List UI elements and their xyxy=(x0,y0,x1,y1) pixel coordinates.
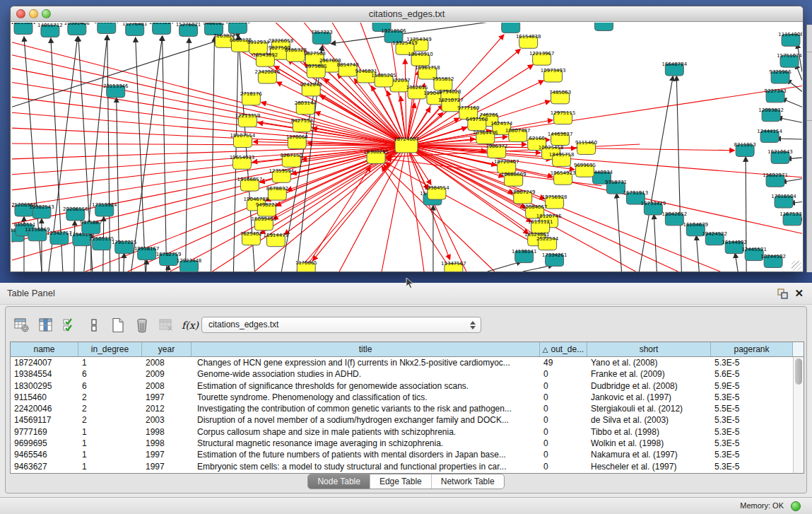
graph-edge xyxy=(12,112,406,146)
graph-node-label: 16961758 xyxy=(415,65,440,71)
column-header-in_degree[interactable]: in_degree xyxy=(78,342,142,356)
table-row[interactable]: 977716911998Corpus callosum shape and si… xyxy=(11,426,793,438)
table-cell: 1 xyxy=(78,449,142,460)
table-cell: 1997 xyxy=(142,449,192,460)
table-row[interactable]: 1456911722003Disruption of a novel membe… xyxy=(11,414,793,426)
mouse-cursor xyxy=(406,278,414,289)
table-cell: 0 xyxy=(540,426,587,438)
column-header-title[interactable]: title xyxy=(192,342,540,356)
select-columns-icon[interactable] xyxy=(35,315,57,335)
column-header-year[interactable]: year xyxy=(142,342,192,356)
graph-node-label: 19958167 xyxy=(134,246,160,252)
table-cell: 2009 xyxy=(142,368,192,380)
table-row[interactable]: 911546021997Tourette syndrome. Phenomeno… xyxy=(11,392,793,403)
column-header-short[interactable]: short xyxy=(587,342,711,356)
table-row[interactable]: 946362711997Embryonic stem cells: a mode… xyxy=(11,461,793,472)
graph-node-label: 18300295 xyxy=(363,149,389,155)
table-row[interactable]: 2242004622012Investigating the contribut… xyxy=(11,403,793,414)
table-settings-icon[interactable] xyxy=(11,315,33,335)
graph-node-label: 16099483 xyxy=(252,216,277,222)
zoom-window-icon[interactable] xyxy=(42,9,51,18)
graph-node-label: 9242848 xyxy=(300,82,322,88)
column-header-name[interactable]: name xyxy=(11,342,78,356)
table-cell: 5.3E-5 xyxy=(711,392,793,403)
table-cell: 0 xyxy=(540,461,587,472)
graph-node-label: 20153346 xyxy=(103,83,129,89)
graph-node-label: 18495758 xyxy=(549,152,575,158)
graph-node-label: 18720407 xyxy=(494,159,519,165)
memory-ok-indicator[interactable] xyxy=(791,501,801,511)
graph-node-label: 18042652 xyxy=(662,211,688,217)
vertical-scrollbar[interactable] xyxy=(793,357,804,473)
graph-node-label: 15692971 xyxy=(763,173,788,178)
column-header-pagerank[interactable]: pagerank xyxy=(711,342,793,356)
graph-node-label: 8215953 xyxy=(734,142,756,148)
table-cell: 0 xyxy=(540,449,587,460)
graph-edge xyxy=(12,97,406,146)
table-row[interactable]: 1830029562008Estimation of significance … xyxy=(11,380,793,392)
graph-edge xyxy=(384,165,495,271)
row-height-icon[interactable] xyxy=(83,315,105,335)
graph-node-label: 20364436 xyxy=(473,130,498,136)
new-document-icon[interactable] xyxy=(107,315,129,335)
column-header-out_de[interactable]: △out_de... xyxy=(540,342,587,356)
window-title: citations_edges.txt xyxy=(11,6,803,21)
minimize-window-icon[interactable] xyxy=(29,9,38,18)
graph-edge xyxy=(735,253,738,271)
network-selector-dropdown[interactable]: citations_edges.txt xyxy=(201,317,481,333)
graph-edge xyxy=(12,42,406,146)
graph-node-label: 11675335 xyxy=(779,211,802,217)
table-row[interactable]: 946554611997Estimation of the future num… xyxy=(11,449,793,460)
table-row[interactable]: 1872400712008Changes of HCN gene express… xyxy=(11,357,793,368)
memory-status-label: Memory: OK xyxy=(740,498,784,514)
graph-node-label: 28226058 xyxy=(269,38,294,44)
graph-node-label: 19046788 xyxy=(244,197,269,202)
resize-grip[interactable] xyxy=(792,261,801,271)
graph-node-label: 16033809 xyxy=(225,23,251,25)
graph-node-label: 9329966 xyxy=(770,69,792,75)
delete-trash-icon[interactable] xyxy=(131,315,153,335)
table-cell: Tibbo et al. (1998) xyxy=(587,426,711,438)
graph-node-label: 12444154 xyxy=(757,129,782,134)
graph-edge xyxy=(211,37,214,271)
table-body: 1872400712008Changes of HCN gene express… xyxy=(11,357,793,473)
graph-node-label: 16210727 xyxy=(438,98,464,103)
function-builder-icon[interactable]: f(x) xyxy=(180,315,201,335)
table-cell: 0 xyxy=(540,368,587,380)
tab-node-table[interactable]: Node Table xyxy=(308,474,370,489)
graph-node-label: 10533277 xyxy=(94,23,119,25)
tab-edge-table[interactable]: Edge Table xyxy=(370,474,431,489)
table-cell: Franke et al. (2009) xyxy=(587,368,711,380)
table-cell: Hescheler et al. (1997) xyxy=(587,461,711,472)
close-window-icon[interactable] xyxy=(16,9,25,18)
float-window-icon[interactable] xyxy=(777,288,788,299)
graph-node-label: 16151121 xyxy=(528,219,553,225)
table-cell: 9465546 xyxy=(11,449,78,460)
graph-node-label: 6794028 xyxy=(439,89,461,95)
table-cell: 0 xyxy=(540,414,587,426)
select-all-icon[interactable] xyxy=(59,315,81,335)
table-cell: 1 xyxy=(78,438,142,449)
window-titlebar[interactable]: citations_edges.txt xyxy=(11,6,803,22)
graph-node-label: 9975887 xyxy=(80,220,102,226)
graph-edge xyxy=(639,76,673,271)
scrollbar-thumb[interactable] xyxy=(795,358,802,385)
node-attribute-table: namein_degreeyeartitle△out_de...shortpag… xyxy=(10,341,804,474)
graph-node-label: 16053831 xyxy=(11,23,36,25)
graph-edge xyxy=(676,76,681,271)
close-panel-icon[interactable]: ✕ xyxy=(794,287,804,300)
table-row[interactable]: 969969511998Structural magnetic resonanc… xyxy=(11,438,793,449)
sort-ascending-icon: △ xyxy=(543,346,548,354)
table-cell: Genome-wide association studies in ADHD. xyxy=(192,368,540,380)
table-cell: 49 xyxy=(540,357,587,368)
graph-node[interactable] xyxy=(595,23,613,30)
network-canvas[interactable]: 1605383114055712205914061053327715276481… xyxy=(11,23,802,271)
table-cell: 18724007 xyxy=(11,357,78,368)
tab-network-table[interactable]: Network Table xyxy=(431,474,504,489)
table-cell: Embryonic stem cells: a model to study s… xyxy=(192,461,540,472)
table-cell: 5.6E-5 xyxy=(711,368,793,380)
graph-node-label: 8854749 xyxy=(337,62,359,68)
table-row[interactable]: 1938455462009Genome-wide association stu… xyxy=(11,368,793,380)
table-cell: 9463627 xyxy=(11,461,78,472)
graph-node-label: 11154908 xyxy=(778,32,802,37)
